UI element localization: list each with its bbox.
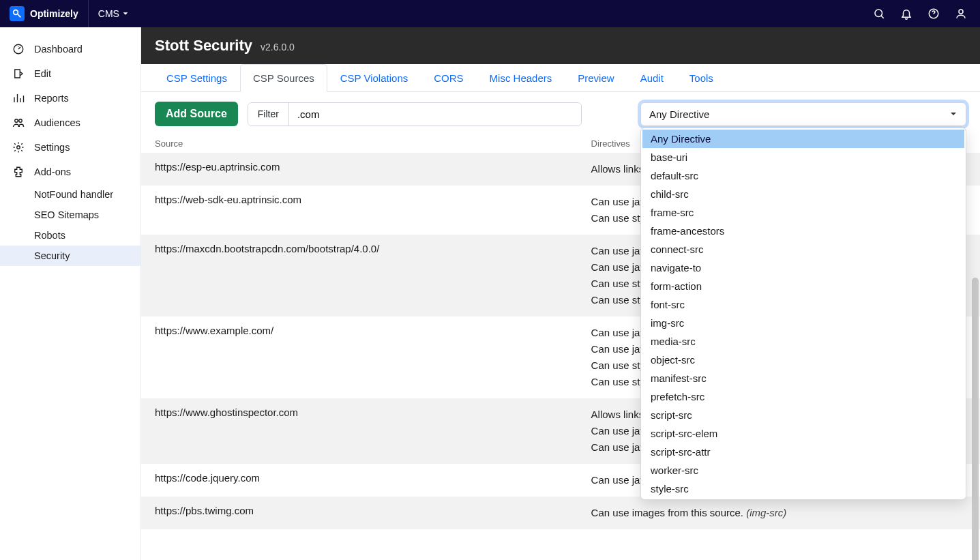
tab-misc-headers[interactable]: Misc Headers bbox=[477, 64, 565, 91]
chevron-down-icon bbox=[122, 10, 129, 17]
source-cell: https://esp-eu.aptrinsic.com bbox=[141, 153, 578, 186]
directive-option[interactable]: manifest-src bbox=[642, 369, 964, 387]
directive-option[interactable]: worker-src bbox=[642, 461, 964, 480]
directive-option[interactable]: script-src bbox=[642, 406, 964, 424]
source-cell: https://pbs.twimg.com bbox=[141, 497, 578, 529]
directive-option[interactable]: default-src bbox=[642, 166, 964, 185]
tab-csp-sources[interactable]: CSP Sources bbox=[240, 64, 327, 92]
brand-name: Optimizely bbox=[30, 8, 78, 19]
addons-icon bbox=[12, 166, 25, 178]
sidebar-subitem-notfound-handler[interactable]: NotFound handler bbox=[0, 184, 140, 205]
svg-point-3 bbox=[959, 10, 963, 14]
source-cell: https://www.ghostinspector.com bbox=[141, 398, 578, 464]
sidebar-item-add-ons[interactable]: Add-ons bbox=[0, 160, 140, 184]
directive-option[interactable]: base-uri bbox=[642, 148, 964, 166]
directive-option[interactable]: frame-src bbox=[642, 203, 964, 222]
sidebar-subitem-security[interactable]: Security bbox=[0, 246, 140, 266]
chevron-down-icon bbox=[949, 110, 957, 118]
sidebar-item-label: Edit bbox=[34, 68, 51, 79]
directive-dropdown: Any Directive Any Directivebase-uridefau… bbox=[640, 102, 966, 126]
page-title: Stott Security bbox=[155, 37, 252, 55]
bell-icon[interactable] bbox=[894, 0, 919, 27]
directive-option[interactable]: child-src bbox=[642, 185, 964, 203]
logo-icon bbox=[10, 6, 25, 21]
edit-icon bbox=[12, 68, 25, 80]
svg-point-1 bbox=[875, 10, 882, 17]
sidebar-item-label: Audiences bbox=[34, 117, 80, 128]
sidebar-item-dashboard[interactable]: Dashboard bbox=[0, 37, 140, 61]
tab-tools[interactable]: Tools bbox=[677, 64, 726, 91]
sidebar-item-label: Reports bbox=[34, 93, 69, 104]
directive-option[interactable]: frame-ancestors bbox=[642, 222, 964, 240]
column-header: Source bbox=[141, 133, 578, 153]
directive-selected-value: Any Directive bbox=[649, 108, 709, 120]
source-cell: https://www.example.com/ bbox=[141, 316, 578, 398]
help-icon[interactable] bbox=[921, 0, 946, 27]
tab-audit[interactable]: Audit bbox=[627, 64, 677, 91]
svg-point-7 bbox=[17, 146, 20, 149]
sidebar-item-reports[interactable]: Reports bbox=[0, 86, 140, 110]
dashboard-icon bbox=[12, 43, 25, 55]
sidebar-subitem-seo-sitemaps[interactable]: SEO Sitemaps bbox=[0, 205, 140, 225]
directive-option[interactable]: img-src bbox=[642, 314, 964, 332]
scrollbar[interactable] bbox=[972, 278, 979, 560]
filter-input[interactable] bbox=[289, 103, 581, 126]
tab-cors[interactable]: CORS bbox=[421, 64, 476, 91]
tab-csp-settings[interactable]: CSP Settings bbox=[153, 64, 240, 91]
directive-option[interactable]: Any Directive bbox=[642, 130, 964, 148]
source-cell: https://code.jquery.com bbox=[141, 464, 578, 497]
sidebar-item-label: Settings bbox=[34, 142, 70, 153]
directive-line: Can use images from this source. (img-sr… bbox=[591, 505, 966, 521]
sidebar-item-audiences[interactable]: Audiences bbox=[0, 110, 140, 135]
source-cell: https://web-sdk-eu.aptrinsic.com bbox=[141, 186, 578, 235]
table-row[interactable]: https://pbs.twimg.comCan use images from… bbox=[141, 497, 980, 529]
filter-group: Filter bbox=[248, 102, 582, 126]
sidebar-subitem-robots[interactable]: Robots bbox=[0, 225, 140, 246]
filter-label: Filter bbox=[248, 103, 289, 126]
sidebar-item-label: Dashboard bbox=[34, 44, 83, 55]
directive-option[interactable]: media-src bbox=[642, 332, 964, 351]
cms-switcher[interactable]: CMS bbox=[89, 8, 138, 19]
topbar: Optimizely CMS bbox=[0, 0, 980, 27]
svg-point-6 bbox=[19, 119, 23, 123]
page-version: v2.6.0.0 bbox=[261, 42, 295, 53]
directive-menu: Any Directivebase-uridefault-srcchild-sr… bbox=[640, 128, 966, 500]
page-header: Stott Security v2.6.0.0 bbox=[141, 27, 980, 64]
directive-option[interactable]: font-src bbox=[642, 295, 964, 314]
cms-label: CMS bbox=[98, 8, 119, 19]
sidebar-item-settings[interactable]: Settings bbox=[0, 135, 140, 160]
tab-preview[interactable]: Preview bbox=[565, 64, 627, 91]
controls-row: Add Source Filter Any Directive Any Dire… bbox=[141, 92, 980, 133]
directive-option[interactable]: script-src-attr bbox=[642, 443, 964, 461]
reports-icon bbox=[12, 92, 25, 104]
directive-option[interactable]: connect-src bbox=[642, 240, 964, 259]
audiences-icon bbox=[12, 117, 25, 129]
svg-point-0 bbox=[14, 10, 18, 15]
search-icon[interactable] bbox=[867, 0, 891, 27]
directive-option[interactable]: script-src-elem bbox=[642, 424, 964, 443]
source-cell: https://maxcdn.bootstrapcdn.com/bootstra… bbox=[141, 235, 578, 316]
directives-cell: Can use images from this source. (img-sr… bbox=[578, 497, 980, 529]
logo[interactable]: Optimizely bbox=[0, 0, 89, 27]
tab-csp-violations[interactable]: CSP Violations bbox=[327, 64, 421, 91]
user-icon[interactable] bbox=[949, 0, 973, 27]
directive-option[interactable]: object-src bbox=[642, 351, 964, 369]
settings-icon bbox=[12, 141, 25, 153]
sidebar-item-label: Add-ons bbox=[34, 166, 71, 177]
directive-option[interactable]: prefetch-src bbox=[642, 387, 964, 406]
directive-option[interactable]: navigate-to bbox=[642, 259, 964, 277]
tabs: CSP SettingsCSP SourcesCSP ViolationsCOR… bbox=[141, 64, 980, 92]
sidebar-item-edit[interactable]: Edit bbox=[0, 61, 140, 86]
directive-option[interactable]: form-action bbox=[642, 277, 964, 295]
sidebar: DashboardEditReportsAudiencesSettingsAdd… bbox=[0, 27, 141, 560]
directive-select[interactable]: Any Directive bbox=[640, 102, 966, 126]
directive-option[interactable]: style-src bbox=[642, 480, 964, 498]
svg-point-5 bbox=[15, 119, 18, 123]
add-source-button[interactable]: Add Source bbox=[155, 102, 238, 126]
